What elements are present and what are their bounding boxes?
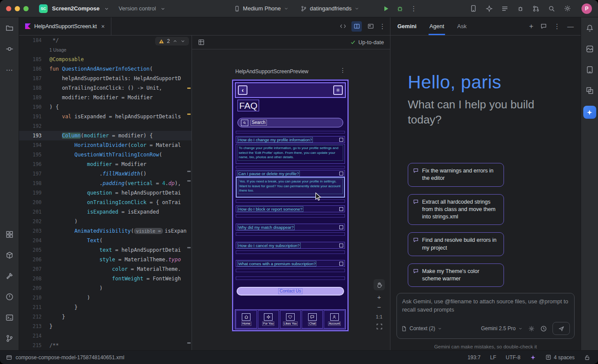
change-stripe-mark[interactable]: [187, 180, 191, 182]
settings-icon[interactable]: [564, 5, 571, 12]
code-line[interactable]: 201 isExpanded = isExpanded: [19, 207, 192, 217]
statusbar-filename[interactable]: compose-compose-model-1758748140651.xml: [16, 354, 124, 361]
code-line[interactable]: 208 fontWeight = FontWeigh: [19, 274, 192, 283]
merge-requests-icon[interactable]: [533, 5, 540, 12]
search-icon[interactable]: [548, 5, 555, 12]
zoom-ratio-button[interactable]: 1:1: [376, 314, 382, 319]
expand-icon[interactable]: [339, 138, 343, 142]
code-line[interactable]: 214: [19, 331, 192, 341]
warning-stripe-mark[interactable]: [187, 114, 191, 115]
nav-item-account[interactable]: Account: [324, 310, 345, 328]
preview-grid-icon[interactable]: [198, 39, 205, 46]
line-number[interactable]: 209: [19, 283, 49, 293]
expand-icon[interactable]: [339, 244, 343, 247]
code-line[interactable]: 210 ): [19, 293, 192, 302]
new-chat-icon[interactable]: +: [529, 22, 533, 31]
line-number[interactable]: 202: [19, 217, 49, 226]
line-number[interactable]: 193: [19, 131, 49, 140]
editor-tab[interactable]: HelpAndSupportScreen.kt ×: [19, 17, 111, 35]
code-line[interactable]: 207 color = MaterialTheme.: [19, 264, 192, 274]
nav-item-chat[interactable]: Chat: [302, 310, 323, 328]
line-number[interactable]: 201: [19, 207, 49, 217]
expand-icon[interactable]: [339, 207, 343, 211]
code-line[interactable]: 197 .fillMaxWidth(): [19, 169, 192, 179]
change-stripe-mark[interactable]: [187, 342, 191, 344]
code-line[interactable]: 213}: [19, 322, 192, 331]
line-number[interactable]: 205: [19, 245, 49, 255]
preview-name[interactable]: HelpAndSupportScreenPreview: [235, 68, 309, 75]
settings-button[interactable]: [333, 85, 343, 95]
code-line[interactable]: 192: [19, 121, 192, 131]
prompt-history-icon[interactable]: [540, 325, 547, 332]
file-encoding[interactable]: UTF-8: [506, 354, 520, 361]
terminal-icon[interactable]: [4, 312, 15, 323]
minimize-window-button[interactable]: [15, 6, 20, 11]
notifications-bell-icon[interactable]: [584, 23, 595, 34]
nav-item-home[interactable]: Home: [236, 310, 257, 328]
line-number[interactable]: 213: [19, 322, 49, 331]
run-configuration-selector[interactable]: datingandfriends: [301, 5, 359, 12]
gemini-options-button[interactable]: ⋮: [554, 23, 560, 30]
code-line[interactable]: 187 helpAndSupportDetails: HelpAndSuppor…: [19, 74, 192, 83]
project-folder-icon[interactable]: [4, 23, 15, 34]
warning-stripe-mark[interactable]: [187, 88, 191, 89]
code-line[interactable]: 190) {: [19, 102, 192, 112]
code-line[interactable]: 206 style = MaterialTheme.typo: [19, 255, 192, 264]
readonly-lock-icon[interactable]: [584, 354, 590, 361]
layout-inspector-icon[interactable]: [584, 85, 595, 96]
nav-item-likes-you[interactable]: Likes You: [280, 310, 301, 328]
line-number[interactable]: 200: [19, 198, 49, 207]
code-line[interactable]: 205 text = helpAndSupportDetai: [19, 245, 192, 255]
suggestion-card[interactable]: Find and resolve build errors in my proj…: [408, 232, 504, 256]
code-line[interactable]: 193 Column(modifier = modifier) {: [19, 131, 192, 140]
line-number[interactable]: 210: [19, 293, 49, 302]
user-avatar[interactable]: P: [582, 3, 592, 14]
pan-hand-icon[interactable]: [374, 279, 385, 290]
close-window-button[interactable]: [6, 6, 11, 11]
close-tab-icon[interactable]: ×: [101, 23, 105, 30]
faq-answer-highlighted[interactable]: Yes. If you need a break, you can pause …: [236, 177, 345, 198]
zoom-in-button[interactable]: +: [377, 294, 381, 300]
expand-icon[interactable]: [339, 262, 343, 266]
code-line[interactable]: 194 HorizontalDivider(color = Material: [19, 140, 192, 150]
code-line[interactable]: 203 AnimatedVisibility(visible =isExpan: [19, 226, 192, 236]
line-number[interactable]: 204: [19, 236, 49, 245]
build-icon[interactable]: [4, 270, 15, 282]
version-control-menu[interactable]: Version control: [119, 5, 156, 12]
debug-button[interactable]: [396, 5, 403, 12]
usage-hint-row[interactable]: 1 Usage: [19, 45, 192, 55]
app-insights-icon[interactable]: [517, 5, 524, 12]
cursor-position[interactable]: 193:7: [468, 354, 481, 361]
line-number[interactable]: 194: [19, 140, 49, 150]
line-number[interactable]: 190: [19, 102, 49, 112]
suggestion-card[interactable]: Extract all hardcoded strings from this …: [408, 194, 504, 225]
line-number[interactable]: 185: [19, 55, 49, 64]
suggestion-card[interactable]: Make my Theme's color scheme warmer: [408, 263, 504, 287]
running-devices-icon[interactable]: [470, 5, 477, 12]
more-tool-windows-icon[interactable]: ⋯: [4, 64, 15, 75]
context-selector[interactable]: Context (2): [401, 325, 442, 332]
gemini-input[interactable]: Ask Gemini, use @filename to attach sour…: [396, 293, 575, 339]
split-view-button[interactable]: [351, 21, 362, 32]
run-button[interactable]: [383, 5, 390, 12]
more-actions-button[interactable]: ⋮: [410, 5, 417, 13]
line-number[interactable]: 207: [19, 264, 49, 274]
line-number[interactable]: 195: [19, 150, 49, 159]
usage-hint[interactable]: 1 Usage: [49, 47, 66, 52]
line-number[interactable]: 206: [19, 255, 49, 264]
faq-question-row[interactable]: Can I pause or delete my profile?: [236, 170, 345, 177]
code-line[interactable]: 185@Composable: [19, 55, 192, 64]
nav-item-for-you[interactable]: For You: [258, 310, 279, 328]
faq-question-row[interactable]: What comes with a premium subscription?: [236, 260, 345, 267]
line-number[interactable]: 184: [19, 36, 49, 45]
line-number[interactable]: 186: [19, 64, 49, 74]
model-selector[interactable]: Gemini 2.5 Pro: [481, 325, 523, 332]
compose-preview-phone[interactable]: ‹ FAQ Search: [232, 80, 348, 331]
code-line[interactable]: 188 onTrailingIconClick: () -> Unit,: [19, 83, 192, 93]
code-line[interactable]: 200 onTrailingIconClick = { onTrai: [19, 198, 192, 207]
line-number[interactable]: 197: [19, 169, 49, 179]
version-control-icon[interactable]: [4, 333, 15, 344]
line-number[interactable]: 191: [19, 112, 49, 121]
code-line[interactable]: 189 modifier: Modifier = Modifier: [19, 93, 192, 102]
line-number[interactable]: 203: [19, 226, 49, 236]
